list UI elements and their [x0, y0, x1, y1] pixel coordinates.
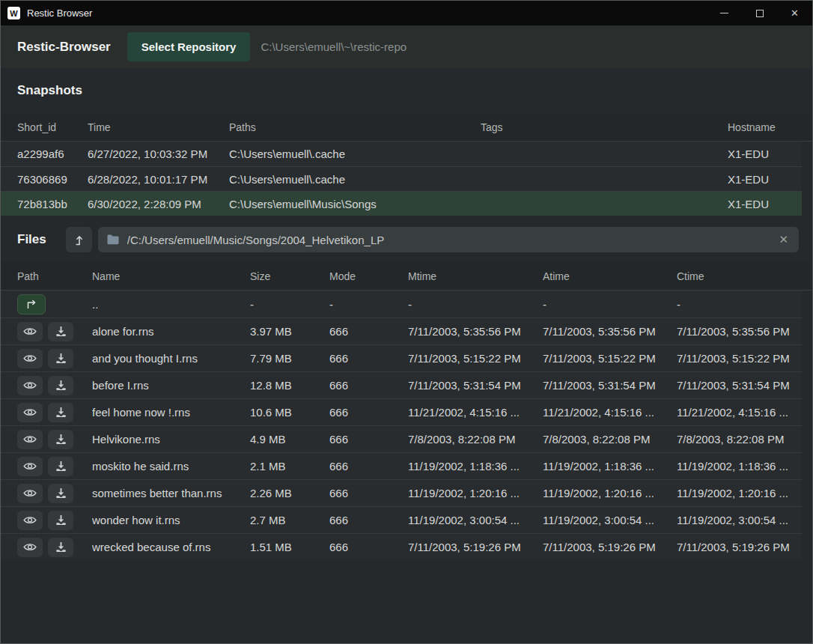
- column-header-mtime[interactable]: Mtime: [408, 270, 543, 282]
- preview-file-button[interactable]: [17, 484, 43, 503]
- file-mtime: 11/19/2002, 1:18:36 ...: [408, 460, 543, 473]
- restore-file-button[interactable]: [48, 322, 73, 341]
- file-mode: 666: [329, 325, 408, 338]
- file-name: ..: [92, 298, 250, 311]
- preview-file-button[interactable]: [17, 403, 43, 422]
- file-mtime: 11/19/2002, 1:20:16 ...: [408, 487, 543, 499]
- file-size: 1.51 MB: [250, 541, 329, 553]
- file-name: and you thought I.rns: [92, 352, 250, 365]
- column-header-name[interactable]: Name: [92, 270, 250, 282]
- file-ctime: 11/19/2002, 1:18:36 ...: [677, 460, 802, 473]
- file-row[interactable]: wonder how it.rns 2.7 MB 666 11/19/2002,…: [1, 506, 802, 533]
- file-row[interactable]: alone for.rns 3.97 MB 666 7/11/2003, 5:3…: [1, 318, 802, 344]
- browse-up-button[interactable]: [66, 227, 92, 252]
- file-mtime: 11/19/2002, 3:00:54 ...: [408, 514, 543, 526]
- download-icon: [55, 326, 67, 337]
- file-atime: 7/11/2003, 5:35:56 PM: [543, 325, 677, 338]
- file-mode: 666: [329, 487, 408, 499]
- restore-file-button[interactable]: [48, 538, 73, 557]
- preview-file-button[interactable]: [17, 538, 43, 557]
- restore-file-button[interactable]: [48, 376, 73, 395]
- column-header-size[interactable]: Size: [250, 270, 329, 282]
- preview-file-button[interactable]: [17, 511, 43, 530]
- snapshot-paths: C:\Users\emuell\.cache: [229, 173, 481, 186]
- file-size: 7.79 MB: [250, 352, 329, 365]
- file-row[interactable]: sometimes better than.rns 2.26 MB 666 11…: [1, 479, 802, 506]
- minimize-icon: [720, 13, 728, 13]
- file-size: 3.97 MB: [250, 325, 329, 338]
- file-atime: 11/19/2002, 1:18:36 ...: [543, 460, 677, 473]
- app-header: Restic-Browser Select Repository C:\User…: [1, 25, 812, 68]
- file-mtime: -: [408, 298, 543, 311]
- eye-icon: [23, 380, 37, 390]
- restore-file-button[interactable]: [48, 511, 73, 530]
- preview-file-button[interactable]: [17, 322, 43, 341]
- maximize-button[interactable]: [742, 1, 777, 25]
- column-header-paths[interactable]: Paths: [229, 121, 481, 133]
- path-input[interactable]: [126, 233, 771, 247]
- file-row[interactable]: wrecked because of.rns 1.51 MB 666 7/11/…: [1, 533, 802, 560]
- file-row[interactable]: feel home now !.rns 10.6 MB 666 11/21/20…: [1, 398, 802, 425]
- column-header-hostname[interactable]: Hostname: [728, 121, 802, 133]
- minimize-button[interactable]: [707, 1, 742, 25]
- enter-parent-icon: [25, 299, 38, 310]
- file-row[interactable]: Helvikone.rns 4.9 MB 666 7/8/2003, 8:22:…: [1, 425, 802, 452]
- current-path-field[interactable]: ✕: [98, 227, 799, 252]
- repository-path: C:\Users\emuell\~\restic-repo: [261, 40, 406, 53]
- column-header-short-id[interactable]: Short_id: [17, 121, 88, 133]
- file-mtime: 7/11/2003, 5:15:22 PM: [408, 352, 543, 365]
- file-row[interactable]: before I.rns 12.8 MB 666 7/11/2003, 5:31…: [1, 371, 802, 398]
- snapshot-short-id: a2299af6: [17, 148, 88, 160]
- column-header-ctime[interactable]: Ctime: [677, 270, 802, 282]
- snapshot-row[interactable]: 76306869 6/28/2022, 10:01:17 PM C:\Users…: [1, 166, 802, 191]
- file-size: 2.26 MB: [250, 487, 329, 499]
- file-ctime: 7/11/2003, 5:19:26 PM: [677, 541, 802, 553]
- eye-icon: [23, 353, 37, 363]
- preview-file-button[interactable]: [17, 376, 43, 395]
- file-size: 4.9 MB: [250, 433, 329, 446]
- eye-icon: [23, 542, 37, 552]
- file-mtime: 11/21/2002, 4:15:16 ...: [408, 406, 543, 419]
- file-name: wrecked because of.rns: [92, 541, 250, 553]
- restore-file-button[interactable]: [48, 430, 73, 449]
- preview-file-button[interactable]: [17, 430, 43, 449]
- column-header-path[interactable]: Path: [17, 270, 92, 282]
- file-atime: 7/11/2003, 5:31:54 PM: [543, 379, 677, 392]
- snapshot-time: 6/30/2022, 2:28:09 PM: [88, 198, 229, 210]
- file-mode: 666: [329, 406, 408, 419]
- file-mode: 666: [329, 541, 408, 553]
- snapshot-row[interactable]: a2299af6 6/27/2022, 10:03:32 PM C:\Users…: [1, 142, 802, 166]
- up-from-bar-icon: [73, 234, 85, 246]
- download-icon: [55, 461, 67, 472]
- column-header-atime[interactable]: Atime: [543, 270, 677, 282]
- file-ctime: 7/11/2003, 5:31:54 PM: [677, 379, 802, 392]
- file-atime: 11/19/2002, 1:20:16 ...: [543, 487, 677, 499]
- file-row[interactable]: and you thought I.rns 7.79 MB 666 7/11/2…: [1, 344, 802, 371]
- select-repository-button[interactable]: Select Repository: [127, 32, 251, 61]
- preview-file-button[interactable]: [17, 349, 43, 368]
- file-ctime: 7/11/2003, 5:15:22 PM: [677, 352, 802, 365]
- close-button[interactable]: ✕: [777, 1, 812, 25]
- snapshot-paths: C:\Users\emuell\Music\Songs: [229, 198, 481, 210]
- snapshots-heading: Snapshots: [1, 68, 812, 113]
- snapshot-row-selected[interactable]: 72b813bb 6/30/2022, 2:28:09 PM C:\Users\…: [1, 191, 802, 216]
- file-mode: 666: [329, 460, 408, 473]
- column-header-tags[interactable]: Tags: [481, 121, 728, 133]
- column-header-mode[interactable]: Mode: [329, 270, 408, 282]
- restore-file-button[interactable]: [48, 349, 73, 368]
- restore-file-button[interactable]: [48, 403, 73, 422]
- column-header-time[interactable]: Time: [88, 121, 229, 133]
- file-atime: -: [543, 298, 677, 311]
- file-mode: -: [329, 298, 408, 311]
- file-ctime: 11/19/2002, 1:20:16 ...: [677, 487, 802, 499]
- file-name: sometimes better than.rns: [92, 487, 250, 499]
- clear-path-button[interactable]: ✕: [777, 233, 790, 246]
- download-icon: [55, 541, 67, 553]
- file-row[interactable]: moskito he said.rns 2.1 MB 666 11/19/200…: [1, 452, 802, 479]
- restore-file-button[interactable]: [48, 457, 73, 476]
- parent-directory-row[interactable]: .. - - - - -: [1, 291, 802, 318]
- go-parent-directory-button[interactable]: [17, 294, 46, 315]
- preview-file-button[interactable]: [17, 457, 43, 476]
- eye-icon: [23, 407, 37, 417]
- restore-file-button[interactable]: [48, 484, 73, 503]
